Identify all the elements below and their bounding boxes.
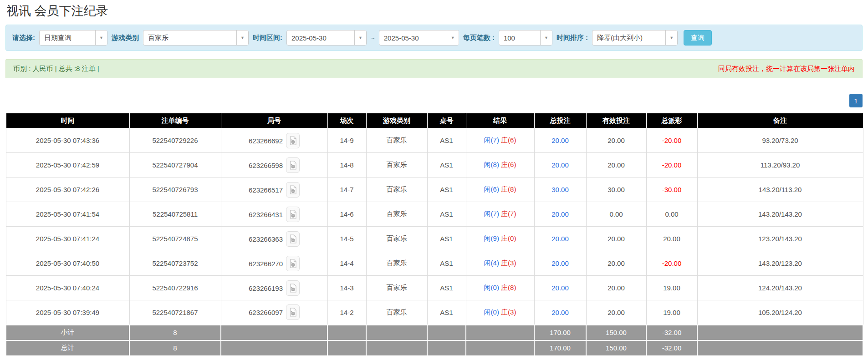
date-to-value: 2025-05-30: [379, 30, 447, 45]
time-sort-value: 降幂(由大到小): [592, 30, 665, 45]
video-replay-button[interactable]: [286, 182, 300, 198]
cell-bet-id: 522540727904: [129, 153, 221, 177]
video-replay-button[interactable]: [286, 133, 300, 148]
page-size-label: 每页笔数 :: [463, 34, 495, 42]
date-range-separator: ~: [371, 34, 375, 42]
chevron-down-icon[interactable]: ▼: [665, 30, 677, 45]
cell-valid-bet: 20.00: [586, 128, 646, 153]
page-size-select[interactable]: 100 ▼: [499, 30, 552, 46]
total-empty-3: [427, 340, 466, 356]
time-range-label: 时间区间:: [253, 34, 282, 42]
date-to-input[interactable]: 2025-05-30 ▼: [379, 30, 459, 46]
chevron-down-icon[interactable]: ▼: [540, 30, 552, 45]
column-header-1: 注单编号: [129, 113, 221, 128]
video-replay-icon: [289, 259, 297, 268]
cell-valid-bet: 20.00: [586, 251, 646, 276]
video-replay-button[interactable]: [286, 207, 300, 222]
time-sort-select[interactable]: 降幂(由大到小) ▼: [592, 30, 678, 46]
cell-table-number: AS1: [427, 300, 466, 325]
total-bet-link[interactable]: 30.00: [551, 186, 569, 193]
round-number: 623266363: [249, 235, 283, 243]
cell-payout: -20.00: [646, 153, 697, 177]
total-bet-link[interactable]: 20.00: [551, 161, 569, 169]
page-title: 视讯 会员下注纪录: [0, 0, 868, 25]
total-bet-link[interactable]: 20.00: [551, 210, 569, 218]
cell-session: 14-7: [327, 177, 366, 202]
column-header-3: 场次: [327, 113, 366, 128]
table-row-7: 2025-05-30 07:39:49522540721867623266097…: [6, 300, 863, 325]
chevron-down-icon[interactable]: ▼: [95, 30, 107, 45]
result-banker: 庄(6): [501, 161, 516, 168]
video-replay-button[interactable]: [286, 157, 300, 173]
subtotal-remark: [697, 325, 863, 340]
cell-result: 闲(7) 庄(6): [466, 128, 534, 153]
cell-table-number: AS1: [427, 153, 466, 177]
column-header-7: 总投注: [534, 113, 586, 128]
cell-valid-bet: 30.00: [586, 177, 646, 202]
cell-session: 14-9: [327, 128, 366, 153]
total-valid-bet: 150.00: [586, 340, 646, 356]
total-empty-1: [327, 340, 366, 356]
pagination: 1: [5, 94, 863, 107]
chevron-down-icon[interactable]: ▼: [354, 30, 366, 45]
game-category-select[interactable]: 百家乐 ▼: [143, 30, 249, 46]
cell-round-id: 623266097: [221, 300, 327, 325]
cell-table-number: AS1: [427, 251, 466, 276]
video-replay-button[interactable]: [286, 231, 300, 247]
cell-total-bet: 20.00: [534, 202, 586, 227]
cell-round-id: 623266692: [221, 128, 327, 153]
cell-remark: 105.20/124.20: [697, 300, 863, 325]
total-bet-link[interactable]: 20.00: [551, 284, 569, 292]
total-row: 总计8170.00150.00-32.00: [6, 340, 863, 356]
cell-game-category: 百家乐: [366, 153, 427, 177]
cell-result: 闲(9) 庄(0): [466, 227, 534, 251]
total-remark: [697, 340, 863, 356]
result-player: 闲(9): [484, 234, 499, 242]
cell-remark: 113.20/93.20: [697, 153, 863, 177]
total-bet-link[interactable]: 20.00: [551, 235, 569, 243]
subtotal-empty-0: [221, 325, 327, 340]
table-row-3: 2025-05-30 07:41:54522540725811623266431…: [6, 202, 863, 227]
video-replay-icon: [289, 210, 297, 219]
column-header-4: 游戏类别: [366, 113, 427, 128]
round-number: 623266097: [249, 309, 283, 316]
result-banker: 庄(8): [501, 284, 516, 291]
subtotal-empty-4: [466, 325, 534, 340]
result-player: 闲(4): [484, 259, 499, 267]
search-button[interactable]: 查询: [684, 30, 712, 46]
cell-game-category: 百家乐: [366, 276, 427, 300]
total-bet-link[interactable]: 20.00: [551, 309, 569, 316]
total-empty-0: [221, 340, 327, 356]
pagination-page-1[interactable]: 1: [849, 94, 863, 107]
chevron-down-icon[interactable]: ▼: [447, 30, 459, 45]
cell-table-number: AS1: [427, 227, 466, 251]
cell-total-bet: 20.00: [534, 276, 586, 300]
cell-result: 闲(0) 庄(8): [466, 276, 534, 300]
cell-remark: 143.20/143.20: [697, 202, 863, 227]
total-total-bet: 170.00: [534, 340, 586, 356]
video-replay-button[interactable]: [286, 256, 300, 271]
subtotal-payout: -32.00: [646, 325, 697, 340]
table-row-0: 2025-05-30 07:43:36522540729226623266692…: [6, 128, 863, 153]
cell-remark: 124.20/143.20: [697, 276, 863, 300]
cell-result: 闲(6) 庄(8): [466, 177, 534, 202]
cell-time: 2025-05-30 07:39:49: [6, 300, 129, 325]
video-replay-button[interactable]: [286, 304, 300, 320]
result-player: 闲(8): [484, 161, 499, 168]
video-replay-icon: [289, 161, 297, 170]
video-replay-button[interactable]: [286, 280, 300, 296]
result-banker: 庄(3): [501, 259, 516, 267]
result-player: 闲(6): [484, 185, 499, 193]
query-type-select[interactable]: 日期查询 ▼: [39, 30, 107, 46]
chevron-down-icon[interactable]: ▼: [236, 30, 248, 45]
cell-game-category: 百家乐: [366, 300, 427, 325]
video-replay-icon: [289, 136, 297, 145]
date-from-input[interactable]: 2025-05-30 ▼: [286, 30, 367, 46]
total-bet-link[interactable]: 20.00: [551, 137, 569, 144]
cell-remark: 143.20/123.20: [697, 251, 863, 276]
valid-bet-notice-text: 同局有效投注，统一计算在该局第一张注单内: [718, 65, 855, 73]
total-bet-link[interactable]: 20.00: [551, 259, 569, 267]
cell-game-category: 百家乐: [366, 251, 427, 276]
round-number: 623266431: [249, 210, 283, 218]
table-row-5: 2025-05-30 07:40:50522540723752623266270…: [6, 251, 863, 276]
